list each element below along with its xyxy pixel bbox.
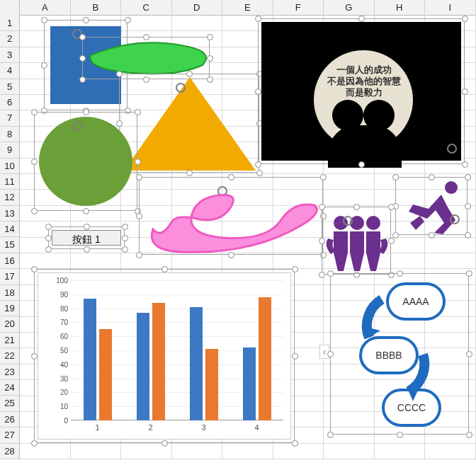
- selection-orange-triangle[interactable]: [119, 74, 259, 173]
- resize-handle[interactable]: [83, 208, 89, 214]
- row-header-20[interactable]: 20: [0, 316, 19, 332]
- resize-handle[interactable]: [319, 238, 325, 244]
- resize-handle[interactable]: [353, 204, 360, 210]
- selection-green-circle[interactable]: [34, 112, 137, 211]
- person-running-icon[interactable]: [396, 178, 468, 236]
- selection-chart[interactable]: 01020304050607080901001234: [34, 269, 295, 443]
- chart-bar[interactable]: [190, 307, 203, 420]
- resize-handle[interactable]: [45, 224, 52, 230]
- resize-handle[interactable]: [319, 272, 325, 278]
- row-header-24[interactable]: 24: [0, 380, 19, 396]
- select-all-corner[interactable]: [0, 0, 20, 16]
- chart-bar[interactable]: [152, 303, 165, 420]
- selection-smartart[interactable]: ‹ AAAA BBBB CCCC: [330, 273, 469, 435]
- resize-handle[interactable]: [83, 109, 89, 115]
- resize-handle[interactable]: [255, 16, 261, 22]
- chart-bar[interactable]: [205, 349, 218, 420]
- resize-handle[interactable]: [186, 170, 193, 176]
- resize-handle[interactable]: [292, 440, 298, 447]
- col-header-G[interactable]: G: [324, 0, 375, 16]
- resize-handle[interactable]: [255, 88, 261, 95]
- row-header-23[interactable]: 23: [0, 364, 19, 380]
- resize-handle[interactable]: [327, 432, 334, 438]
- resize-handle[interactable]: [397, 432, 403, 438]
- resize-handle[interactable]: [327, 270, 334, 277]
- resize-handle[interactable]: [45, 246, 52, 253]
- resize-handle[interactable]: [84, 224, 90, 230]
- row-header-6[interactable]: 6: [0, 95, 19, 110]
- row-header-15[interactable]: 15: [0, 237, 19, 253]
- row-header-5[interactable]: 5: [0, 79, 19, 95]
- row-header-13[interactable]: 13: [0, 206, 19, 222]
- rotate-handle[interactable]: [450, 214, 460, 224]
- resize-handle[interactable]: [45, 235, 52, 241]
- row-header-2[interactable]: 2: [0, 31, 19, 47]
- resize-handle[interactable]: [465, 203, 471, 209]
- selection-button[interactable]: 按鈕 1: [48, 226, 125, 249]
- resize-handle[interactable]: [429, 232, 435, 238]
- row-header-10[interactable]: 10: [0, 159, 19, 174]
- resize-handle[interactable]: [358, 161, 365, 168]
- row-header-7[interactable]: 7: [0, 110, 19, 126]
- resize-handle[interactable]: [388, 204, 395, 210]
- col-header-B[interactable]: B: [71, 0, 122, 16]
- col-header-I[interactable]: I: [425, 0, 476, 16]
- resize-handle[interactable]: [122, 235, 128, 241]
- resize-handle[interactable]: [31, 266, 38, 272]
- resize-handle[interactable]: [116, 71, 123, 77]
- resize-handle[interactable]: [292, 266, 298, 272]
- resize-handle[interactable]: [31, 159, 38, 165]
- resize-handle[interactable]: [358, 16, 365, 22]
- resize-handle[interactable]: [466, 270, 472, 277]
- resize-handle[interactable]: [162, 440, 168, 447]
- resize-handle[interactable]: [255, 161, 261, 168]
- col-header-H[interactable]: H: [375, 0, 426, 16]
- resize-handle[interactable]: [429, 174, 435, 180]
- resize-handle[interactable]: [125, 17, 131, 23]
- col-header-D[interactable]: D: [172, 0, 223, 16]
- resize-handle[interactable]: [41, 62, 47, 69]
- row-header-19[interactable]: 19: [0, 301, 19, 316]
- green-circle[interactable]: [39, 117, 132, 206]
- resize-handle[interactable]: [462, 88, 468, 95]
- resize-handle[interactable]: [122, 246, 128, 253]
- resize-handle[interactable]: [465, 174, 471, 180]
- chart-bar[interactable]: [259, 297, 271, 420]
- chart-bar[interactable]: [84, 299, 96, 420]
- moon-image[interactable]: 一個人的成功 不是因為他的智慧 而是毅力: [261, 22, 461, 161]
- chart-bar[interactable]: [99, 329, 112, 420]
- col-header-C[interactable]: C: [121, 0, 172, 16]
- col-header-E[interactable]: E: [222, 0, 273, 16]
- resize-handle[interactable]: [388, 238, 395, 244]
- row-header-27[interactable]: 27: [0, 427, 19, 443]
- row-header-9[interactable]: 9: [0, 142, 19, 158]
- selection-people-icon[interactable]: [322, 207, 391, 275]
- bar-chart[interactable]: 01020304050607080901001234: [38, 272, 291, 439]
- resize-handle[interactable]: [186, 71, 193, 77]
- resize-handle[interactable]: [31, 440, 38, 447]
- row-header-1[interactable]: 1: [0, 16, 19, 31]
- resize-handle[interactable]: [162, 266, 168, 272]
- resize-handle[interactable]: [397, 270, 403, 277]
- chart-bar[interactable]: [243, 347, 256, 420]
- resize-handle[interactable]: [466, 432, 472, 438]
- selection-runner-icon[interactable]: [395, 177, 468, 235]
- row-header-21[interactable]: 21: [0, 333, 19, 348]
- resize-handle[interactable]: [122, 224, 128, 230]
- resize-handle[interactable]: [292, 353, 298, 360]
- resize-handle[interactable]: [462, 16, 468, 22]
- rotate-handle[interactable]: [72, 121, 82, 131]
- rotate-handle[interactable]: [447, 144, 457, 154]
- row-header-16[interactable]: 16: [0, 253, 19, 269]
- row-header-18[interactable]: 18: [0, 285, 19, 301]
- row-header-25[interactable]: 25: [0, 396, 19, 411]
- chart-bar[interactable]: [137, 313, 149, 420]
- resize-handle[interactable]: [41, 17, 47, 23]
- rotate-handle[interactable]: [343, 216, 353, 226]
- selection-moon-image[interactable]: 一個人的成功 不是因為他的智慧 而是毅力: [258, 18, 465, 164]
- resize-handle[interactable]: [135, 159, 141, 165]
- resize-handle[interactable]: [392, 174, 399, 180]
- pink-freeform[interactable]: [139, 177, 330, 262]
- row-header-4[interactable]: 4: [0, 63, 19, 79]
- row-header-17[interactable]: 17: [0, 269, 19, 284]
